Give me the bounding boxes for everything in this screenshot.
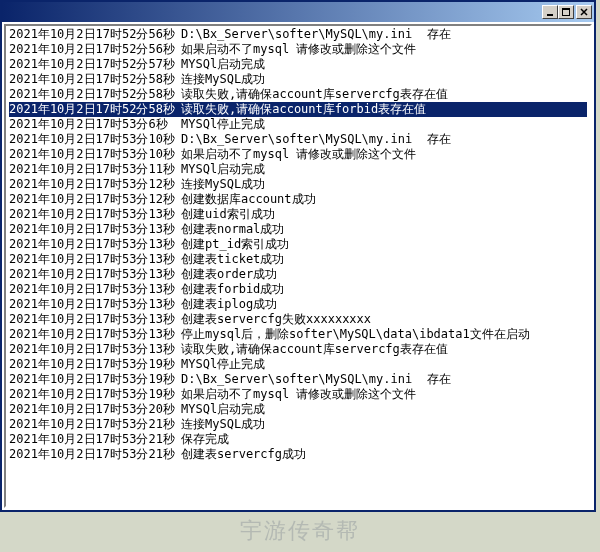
log-message: 创建uid索引成功 <box>181 207 587 222</box>
log-row[interactable]: 2021年10月2日17时52分57秒MYSQl启动完成 <box>9 57 587 72</box>
log-row[interactable]: 2021年10月2日17时53分21秒保存完成 <box>9 432 587 447</box>
log-message: 创建表order成功 <box>181 267 587 282</box>
log-row[interactable]: 2021年10月2日17时53分13秒停止mysql后，删除softer\MyS… <box>9 327 587 342</box>
log-message: 创建表ticket成功 <box>181 252 587 267</box>
log-timestamp: 2021年10月2日17时53分13秒 <box>9 297 181 312</box>
log-row[interactable]: 2021年10月2日17时52分58秒读取失败,请确保account库serve… <box>9 87 587 102</box>
log-message: 停止mysql后，删除softer\MySQL\data\ibdata1文件在启… <box>181 327 587 342</box>
log-timestamp: 2021年10月2日17时53分12秒 <box>9 192 181 207</box>
log-message: 如果启动不了mysql 请修改或删除这个文件 <box>181 147 587 162</box>
log-timestamp: 2021年10月2日17时52分58秒 <box>9 102 181 117</box>
log-row[interactable]: 2021年10月2日17时53分21秒连接MySQL成功 <box>9 417 587 432</box>
log-row[interactable]: 2021年10月2日17时52分56秒D:\Bx_Server\softer\M… <box>9 27 587 42</box>
log-message: 创建表servercfg失败xxxxxxxxx <box>181 312 587 327</box>
log-row[interactable]: 2021年10月2日17时53分13秒创建表servercfg失败xxxxxxx… <box>9 312 587 327</box>
log-message: MYSQl启动完成 <box>181 57 587 72</box>
log-row[interactable]: 2021年10月2日17时53分20秒MYSQl启动完成 <box>9 402 587 417</box>
log-message: 保存完成 <box>181 432 587 447</box>
log-message: 创建pt_id索引成功 <box>181 237 587 252</box>
log-row[interactable]: 2021年10月2日17时53分19秒MYSQl停止完成 <box>9 357 587 372</box>
log-row[interactable]: 2021年10月2日17时53分13秒创建表forbid成功 <box>9 282 587 297</box>
log-timestamp: 2021年10月2日17时53分13秒 <box>9 252 181 267</box>
log-timestamp: 2021年10月2日17时53分13秒 <box>9 207 181 222</box>
log-message: 创建表normal成功 <box>181 222 587 237</box>
log-timestamp: 2021年10月2日17时53分13秒 <box>9 267 181 282</box>
log-message: MYSQl停止完成 <box>181 357 587 372</box>
close-icon <box>580 8 588 16</box>
log-timestamp: 2021年10月2日17时53分13秒 <box>9 342 181 357</box>
log-message: D:\Bx_Server\softer\MySQL\my.ini 存在 <box>181 132 587 147</box>
log-message: D:\Bx_Server\softer\MySQL\my.ini 存在 <box>181 27 587 42</box>
log-message: MYSQl停止完成 <box>181 117 587 132</box>
log-row[interactable]: 2021年10月2日17时53分12秒创建数据库account成功 <box>9 192 587 207</box>
log-row[interactable]: 2021年10月2日17时53分13秒创建pt_id索引成功 <box>9 237 587 252</box>
log-timestamp: 2021年10月2日17时53分13秒 <box>9 327 181 342</box>
log-timestamp: 2021年10月2日17时53分13秒 <box>9 282 181 297</box>
log-message: 如果启动不了mysql 请修改或删除这个文件 <box>181 387 587 402</box>
svg-rect-0 <box>547 14 553 16</box>
log-window: 2021年10月2日17时52分56秒D:\Bx_Server\softer\M… <box>0 0 596 512</box>
log-timestamp: 2021年10月2日17时53分13秒 <box>9 222 181 237</box>
log-timestamp: 2021年10月2日17时53分13秒 <box>9 237 181 252</box>
log-row[interactable]: 2021年10月2日17时53分13秒创建表iplog成功 <box>9 297 587 312</box>
log-timestamp: 2021年10月2日17时52分56秒 <box>9 27 181 42</box>
minimize-icon <box>546 8 554 16</box>
log-message: 创建数据库account成功 <box>181 192 587 207</box>
log-timestamp: 2021年10月2日17时53分19秒 <box>9 357 181 372</box>
log-timestamp: 2021年10月2日17时53分12秒 <box>9 177 181 192</box>
log-timestamp: 2021年10月2日17时52分56秒 <box>9 42 181 57</box>
log-message: 如果启动不了mysql 请修改或删除这个文件 <box>181 42 587 57</box>
log-row[interactable]: 2021年10月2日17时53分19秒D:\Bx_Server\softer\M… <box>9 372 587 387</box>
log-timestamp: 2021年10月2日17时53分21秒 <box>9 432 181 447</box>
log-message: D:\Bx_Server\softer\MySQL\my.ini 存在 <box>181 372 587 387</box>
titlebar <box>2 2 594 22</box>
log-list[interactable]: 2021年10月2日17时52分56秒D:\Bx_Server\softer\M… <box>4 24 592 508</box>
log-row[interactable]: 2021年10月2日17时52分58秒读取失败,请确保account库forbi… <box>9 102 587 117</box>
log-timestamp: 2021年10月2日17时53分10秒 <box>9 132 181 147</box>
log-timestamp: 2021年10月2日17时53分19秒 <box>9 372 181 387</box>
log-message: 创建表forbid成功 <box>181 282 587 297</box>
log-message: 读取失败,请确保account库forbid表存在值 <box>181 102 587 117</box>
log-timestamp: 2021年10月2日17时53分20秒 <box>9 402 181 417</box>
log-timestamp: 2021年10月2日17时53分21秒 <box>9 417 181 432</box>
log-message: 读取失败,请确保account库servercfg表存在值 <box>181 342 587 357</box>
log-timestamp: 2021年10月2日17时53分19秒 <box>9 387 181 402</box>
log-message: MYSQl启动完成 <box>181 162 587 177</box>
svg-rect-2 <box>562 8 570 10</box>
log-row[interactable]: 2021年10月2日17时52分58秒连接MySQL成功 <box>9 72 587 87</box>
log-message: 连接MySQL成功 <box>181 72 587 87</box>
log-row[interactable]: 2021年10月2日17时53分13秒创建表order成功 <box>9 267 587 282</box>
watermark: 宇游传奇帮 <box>0 516 600 546</box>
maximize-icon <box>562 8 570 16</box>
log-row[interactable]: 2021年10月2日17时53分13秒创建表normal成功 <box>9 222 587 237</box>
log-timestamp: 2021年10月2日17时52分58秒 <box>9 72 181 87</box>
close-button[interactable] <box>576 5 592 19</box>
log-row[interactable]: 2021年10月2日17时53分13秒读取失败,请确保account库serve… <box>9 342 587 357</box>
log-timestamp: 2021年10月2日17时53分13秒 <box>9 312 181 327</box>
log-row[interactable]: 2021年10月2日17时53分10秒D:\Bx_Server\softer\M… <box>9 132 587 147</box>
log-timestamp: 2021年10月2日17时53分11秒 <box>9 162 181 177</box>
log-message: MYSQl启动完成 <box>181 402 587 417</box>
log-row[interactable]: 2021年10月2日17时53分21秒创建表servercfg成功 <box>9 447 587 462</box>
log-timestamp: 2021年10月2日17时53分21秒 <box>9 447 181 462</box>
log-timestamp: 2021年10月2日17时52分58秒 <box>9 87 181 102</box>
log-row[interactable]: 2021年10月2日17时52分56秒如果启动不了mysql 请修改或删除这个文… <box>9 42 587 57</box>
log-timestamp: 2021年10月2日17时53分6秒 <box>9 117 181 132</box>
maximize-button[interactable] <box>558 5 574 19</box>
log-message: 创建表servercfg成功 <box>181 447 587 462</box>
log-row[interactable]: 2021年10月2日17时53分11秒MYSQl启动完成 <box>9 162 587 177</box>
log-row[interactable]: 2021年10月2日17时53分13秒创建表ticket成功 <box>9 252 587 267</box>
log-message: 创建表iplog成功 <box>181 297 587 312</box>
log-timestamp: 2021年10月2日17时53分10秒 <box>9 147 181 162</box>
log-row[interactable]: 2021年10月2日17时53分12秒连接MySQL成功 <box>9 177 587 192</box>
log-timestamp: 2021年10月2日17时52分57秒 <box>9 57 181 72</box>
log-row[interactable]: 2021年10月2日17时53分19秒如果启动不了mysql 请修改或删除这个文… <box>9 387 587 402</box>
log-message: 连接MySQL成功 <box>181 417 587 432</box>
minimize-button[interactable] <box>542 5 558 19</box>
log-message: 连接MySQL成功 <box>181 177 587 192</box>
log-row[interactable]: 2021年10月2日17时53分10秒如果启动不了mysql 请修改或删除这个文… <box>9 147 587 162</box>
log-row[interactable]: 2021年10月2日17时53分6秒MYSQl停止完成 <box>9 117 587 132</box>
log-message: 读取失败,请确保account库servercfg表存在值 <box>181 87 587 102</box>
log-row[interactable]: 2021年10月2日17时53分13秒创建uid索引成功 <box>9 207 587 222</box>
